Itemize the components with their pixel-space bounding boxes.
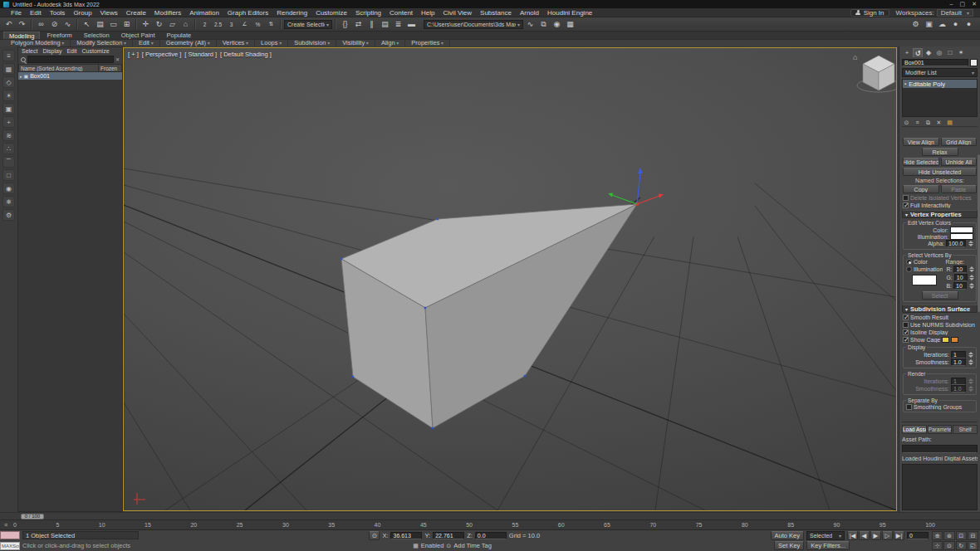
align-icon[interactable]: ∥: [365, 18, 378, 30]
illumination-color-swatch[interactable]: [950, 233, 973, 240]
pan-icon[interactable]: ⊹: [932, 541, 943, 550]
schematic-view-icon[interactable]: ⧉: [537, 18, 550, 30]
toggle-ribbon-icon[interactable]: ▬: [405, 18, 418, 30]
smoothing-groups-checkbox[interactable]: [906, 404, 912, 410]
unlink-selection-icon[interactable]: ⊘: [48, 18, 61, 30]
use-nurms-checkbox[interactable]: [903, 322, 909, 328]
subdivision-surface-rollout[interactable]: ▾ Subdivision Surface: [902, 305, 978, 313]
range-r-spinner[interactable]: [968, 266, 974, 272]
display-containers-icon[interactable]: □: [2, 169, 15, 181]
select-object-icon[interactable]: ↖: [81, 18, 93, 30]
render-production-icon[interactable]: ●: [949, 18, 962, 30]
select-by-illumination-radio[interactable]: [906, 266, 912, 272]
modify-tab-icon[interactable]: ↺: [913, 48, 923, 57]
selected-filter-combo[interactable]: Selected ▾: [806, 531, 845, 540]
toggle-layer-explorer-icon[interactable]: ≣: [392, 18, 404, 30]
next-frame-button[interactable]: ▷: [882, 531, 893, 540]
view-cube[interactable]: ⌂: [853, 53, 896, 92]
macro-recorder-field[interactable]: [0, 531, 20, 539]
menu-item[interactable]: Create: [122, 8, 150, 17]
mirror-icon[interactable]: ⇄: [352, 18, 365, 30]
previous-frame-button[interactable]: ◀: [859, 531, 870, 540]
select-and-scale-icon[interactable]: ▱: [166, 18, 179, 30]
remove-modifier-icon[interactable]: ✕: [934, 119, 943, 127]
maximize-viewport-icon[interactable]: ◱: [968, 541, 978, 550]
configure-modifier-sets-icon[interactable]: ▤: [945, 119, 954, 127]
menu-item[interactable]: Edit: [26, 8, 46, 17]
relax-button[interactable]: Relax: [922, 148, 958, 156]
display-lights-icon[interactable]: ☀: [2, 90, 15, 101]
window-crossing-icon[interactable]: ⊞: [120, 18, 133, 30]
key-filters-button[interactable]: Key Filters...: [806, 541, 850, 550]
create-tab-icon[interactable]: +: [902, 48, 912, 57]
view-align-button[interactable]: View Align: [903, 138, 939, 146]
explorer-menu-item[interactable]: Customize: [80, 48, 110, 54]
track-bar[interactable]: ≡ 05101520253035404550556065707580859095…: [0, 519, 980, 530]
pin-stack-icon[interactable]: ⊙: [902, 119, 911, 127]
menu-item[interactable]: Civil View: [439, 8, 477, 17]
select-and-rotate-icon[interactable]: ↻: [153, 18, 165, 30]
snap-toggle-25d-icon[interactable]: 2.5: [212, 18, 224, 30]
viewport[interactable]: ⌂ [ + ][ Perspective ][ Standard ][ Defa…: [123, 47, 897, 511]
object-color-swatch[interactable]: [970, 59, 978, 66]
mini-curve-editor-button[interactable]: ≡: [0, 522, 12, 528]
loaded-assets-list[interactable]: [902, 464, 978, 510]
menu-item[interactable]: Content: [385, 8, 417, 17]
z-coordinate-field[interactable]: 0.0: [475, 532, 507, 539]
frozen-column-header[interactable]: Frozen: [99, 64, 122, 72]
edit-named-selection-sets-icon[interactable]: {}: [339, 18, 351, 30]
select-button[interactable]: Select: [922, 291, 958, 300]
explorer-search-input[interactable]: [27, 56, 114, 63]
select-and-move-icon[interactable]: ✛: [140, 18, 152, 30]
menu-item[interactable]: Substance: [476, 8, 516, 17]
houdini-tab[interactable]: Parameters: [928, 425, 953, 434]
clear-search-icon[interactable]: ✕: [115, 56, 120, 62]
render-iterative-icon[interactable]: ●: [963, 18, 975, 30]
houdini-tab[interactable]: Shelf: [953, 425, 978, 434]
bind-to-space-warp-icon[interactable]: ∿: [61, 18, 74, 30]
zoom-all-icon[interactable]: ⊛: [943, 531, 954, 540]
ribbon-tab[interactable]: Populate: [162, 32, 197, 39]
copy-button[interactable]: Copy: [903, 185, 939, 193]
angle-snap-icon[interactable]: ∠: [238, 18, 251, 30]
curve-editor-icon[interactable]: ∿: [524, 18, 537, 30]
iterations-spinner[interactable]: [968, 352, 973, 358]
rectangular-selection-region-icon[interactable]: ▭: [107, 18, 120, 30]
zoom-extents-icon[interactable]: ⊡: [956, 531, 967, 540]
display-bones-icon[interactable]: ⌒: [2, 156, 15, 168]
range-g-spinner[interactable]: [969, 275, 975, 280]
smoothness-field[interactable]: 1.0: [951, 358, 966, 366]
close-button[interactable]: ✕: [972, 0, 977, 8]
grid-align-button[interactable]: Grid Align: [941, 138, 978, 146]
toggle-scene-explorer-icon[interactable]: ▤: [379, 18, 391, 30]
explorer-settings-icon[interactable]: ⚙: [2, 209, 15, 221]
display-shapes-icon[interactable]: ◇: [2, 76, 15, 88]
play-animation-button[interactable]: ▶: [870, 531, 881, 540]
percent-snap-icon[interactable]: %: [252, 18, 264, 30]
render-setup-icon[interactable]: ⚙: [909, 18, 922, 30]
make-unique-icon[interactable]: ⧉: [924, 119, 933, 127]
zoom-region-icon[interactable]: ⊟: [968, 531, 978, 540]
add-time-tag[interactable]: Add Time Tag: [453, 542, 492, 549]
explorer-menu-item[interactable]: Display: [41, 48, 63, 54]
isoline-display-checkbox[interactable]: [903, 329, 909, 335]
box-object[interactable]: [341, 204, 637, 428]
display-geometry-icon[interactable]: ▦: [2, 63, 15, 75]
paste-button[interactable]: Paste: [941, 185, 978, 193]
menu-item[interactable]: Views: [96, 8, 122, 17]
slate-material-editor-icon[interactable]: ▦: [564, 18, 576, 30]
menu-item[interactable]: Customize: [311, 8, 351, 17]
menu-item[interactable]: Help: [417, 8, 439, 17]
stack-item-editable-poly[interactable]: ▪ Editable Poly: [903, 80, 977, 88]
vertex-color-swatch[interactable]: [950, 227, 973, 233]
range-r-field[interactable]: 10: [953, 266, 967, 273]
menu-item[interactable]: Modifiers: [150, 8, 185, 17]
ribbon-tab[interactable]: Object Paint: [116, 32, 160, 39]
display-particles-icon[interactable]: ∴: [2, 143, 15, 154]
render-in-cloud-icon[interactable]: ☁: [936, 18, 948, 30]
transform-gizmo[interactable]: [608, 168, 664, 204]
alpha-spinner[interactable]: [968, 241, 973, 246]
motion-tab-icon[interactable]: ◎: [934, 48, 944, 57]
rendered-frame-window-icon[interactable]: ▣: [923, 18, 935, 30]
show-end-result-icon[interactable]: ≡: [913, 119, 922, 127]
